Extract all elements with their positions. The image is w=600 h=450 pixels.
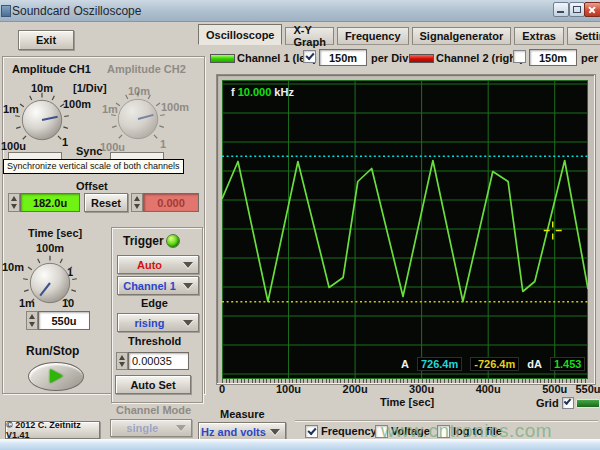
channel-mode-dropdown[interactable]: single [110,419,192,437]
channel1-scale-value[interactable]: 150m [319,49,367,66]
x-tick-label: 200u [343,383,368,395]
frequency-checkbox[interactable] [305,425,318,438]
tab-signalgenerator[interactable]: Signalgenerator [412,27,512,45]
tab-bar: OscilloscopeX-Y GraphFrequencySignalgene… [198,25,600,45]
measure-label: Measure [220,408,265,420]
ch2-tick-100m: 100m [161,101,189,113]
channel2-color-swatch [409,54,434,63]
ch2-tick-1m: 1m [102,103,118,115]
grid-checkbox[interactable] [562,397,574,409]
trigger-led [166,234,180,248]
tab-frequency[interactable]: Frequency [337,27,409,45]
watermark: www.cntronics.com [381,420,552,442]
offset-reset-button[interactable]: Reset [84,193,128,212]
channel1-waveform [222,161,588,302]
exit-button[interactable]: Exit [18,30,74,50]
offset-ch1-spinner[interactable] [8,193,20,212]
chevron-down-icon [176,425,186,431]
maximize-icon [573,6,581,13]
grid-color-swatch [576,399,600,408]
maximize-button[interactable] [569,2,585,17]
x-tick-label: 550u [575,383,600,395]
threshold-spinner[interactable] [116,352,128,370]
check-icon [305,51,314,60]
x-axis-title: Time [sec] [380,396,434,408]
channel2-enable-checkbox[interactable] [513,50,526,63]
ch1-tick-100m: 100m [63,98,91,110]
check-icon [307,426,316,435]
amplitude-ch1-title: Amplitude CH1 [12,63,91,75]
x-tick-label: 500u [542,383,567,395]
trigger-mode-dropdown[interactable]: Auto [117,255,199,274]
tab-extras[interactable]: Extras [514,27,564,45]
trigger-edge-dropdown[interactable]: rising [117,313,199,332]
x-tick-label: 100u [276,383,301,395]
frequency-readout: f10.000kHz [231,86,294,98]
ch1-tick-1m: 1m [3,103,19,115]
threshold-value[interactable]: 0.00035 [128,352,189,370]
channel1-color-swatch [210,54,235,63]
min-value: -726.4m [470,357,519,371]
title-bar[interactable]: Soundcard Oszilloscope [0,0,600,22]
x-tick-label: 300u [409,383,434,395]
channel2-scale-value[interactable]: 150m [529,49,577,66]
offset-label: Offset [76,180,108,192]
channel2-label: Channel 2 (right) [436,52,523,64]
sync-label: Sync [76,145,102,157]
channel-mode-label: Channel Mode [116,404,191,416]
tab-oscilloscope[interactable]: Oscilloscope [198,24,282,45]
close-button[interactable] [584,2,600,17]
soundcard-oscilloscope-window: Soundcard Oszilloscope Exit Amplitude CH… [0,0,600,450]
channel1-perdiv-label: per Div [371,52,408,64]
frequency-label: Frequency [321,425,377,437]
chevron-down-icon [183,320,193,326]
chevron-down-icon [183,283,193,289]
threshold-label: Threshold [128,335,181,347]
tab-settings[interactable]: Settings [567,27,600,45]
app-icon [1,5,11,17]
offset-ch2-value[interactable]: 0.000 [143,193,199,212]
time-value[interactable]: 550u [38,311,90,330]
runstop-button[interactable] [28,362,84,391]
chevron-down-icon [183,262,193,268]
channel2-perdiv-label: per Div [581,52,600,64]
edge-label: Edge [141,297,168,309]
x-axis-labels: 0100u200u300u400u500u550u [222,383,588,395]
trigger-title: Trigger [123,234,164,248]
max-value: 726.4m [417,357,462,371]
window-title: Soundcard Oszilloscope [12,4,141,18]
scope-plot[interactable] [222,80,588,379]
measurement-readout: A 726.4m -726.4m dA 1.453 [401,357,585,371]
trigger-channel-dropdown[interactable]: Channel 1 [117,276,199,295]
autoset-button[interactable]: Auto Set [115,375,191,394]
time-title: Time [sec] [28,227,82,239]
x-tick-label: 0 [219,383,225,395]
ch1-tick-100u: 100u [1,140,26,152]
copyright-button: © 2012 C. Zeitnitz V1.41 [5,421,100,439]
per-div-unit-label: [1/Div] [73,82,107,94]
tab-x-y-graph[interactable]: X-Y Graph [285,27,333,45]
check-icon [564,397,572,405]
x-tick-label: 400u [476,383,501,395]
play-icon [50,369,63,383]
offset-ch2-spinner[interactable] [131,193,143,212]
offset-ch1-value[interactable]: 182.0u [20,193,80,212]
amplitude-ch2-knob[interactable] [108,89,168,149]
time-spinner[interactable] [26,311,38,330]
grid-label: Grid [536,397,559,409]
sync-tooltip: Synchronize vertical scale of both chann… [3,159,184,174]
amplitude-ch2-title: Amplitude CH2 [107,63,186,75]
channel1-enable-checkbox[interactable] [303,50,316,63]
ch1-tick-1: 1 [62,136,68,148]
chevron-down-icon [270,429,280,435]
minimize-icon [557,11,564,13]
time-knob[interactable] [20,253,80,313]
minimize-button[interactable] [553,2,569,17]
ch2-tick-1: 1 [160,138,166,150]
delta-value: 1.453 [550,357,586,371]
runstop-label: Run/Stop [26,344,79,358]
